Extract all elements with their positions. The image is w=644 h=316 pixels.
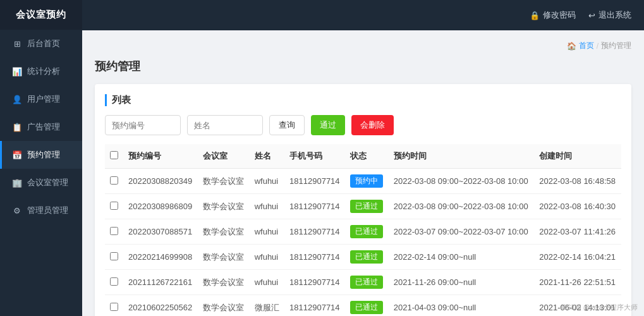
main-card: 列表 查询 通过 会删除 预约编号会议室姓名手机号码状态预约时间创建时间 202…	[95, 84, 631, 316]
name-cell-4: wfuhui	[250, 270, 284, 295]
name-cell-5: 微服汇	[250, 295, 284, 317]
booking-id-cell-1: 20220308986809	[123, 194, 198, 219]
book-time-cell-1: 2022-03-08 09:00~2022-03-08 10:00	[389, 194, 535, 219]
sidebar-item-ads[interactable]: 📋广告管理	[0, 113, 82, 141]
section-title: 列表	[105, 94, 621, 106]
sidebar-nav: ⊞后台首页📊统计分析👤用户管理📋广告管理📅预约管理🏢会议室管理⚙管理员管理	[0, 30, 82, 316]
row-checkbox-cell	[105, 194, 123, 219]
page-title: 预约管理	[95, 59, 631, 74]
sidebar-icon-bookings: 📅	[12, 150, 22, 160]
query-button[interactable]: 查询	[269, 115, 305, 135]
topbar: 🔒 修改密码 ↩ 退出系统	[82, 0, 644, 30]
name-cell-3: wfuhui	[250, 245, 284, 270]
row-checkbox-cell	[105, 245, 123, 270]
booking-id-cell-4: 20211126722161	[123, 270, 198, 295]
sidebar-item-rooms[interactable]: 🏢会议室管理	[0, 169, 82, 197]
sidebar-label-users: 用户管理	[27, 94, 60, 105]
status-badge: 已通过	[350, 276, 383, 289]
name-cell-2: wfuhui	[250, 219, 284, 245]
sidebar-icon-dashboard: ⊞	[12, 39, 22, 49]
col-header-4: 手机号码	[284, 144, 345, 169]
table-body: 20220308820349数学会议室wfuhui18112907714预约中2…	[105, 169, 621, 317]
name-cell-1: wfuhui	[250, 194, 284, 219]
select-all-checkbox[interactable]	[110, 151, 118, 159]
status-cell-5: 已通过	[345, 295, 388, 317]
breadcrumb: 🏠 首页 / 预约管理	[95, 40, 631, 51]
room-cell-1: 数学会议室	[198, 194, 250, 219]
status-badge: 已通过	[350, 250, 383, 264]
col-header-0	[105, 144, 123, 169]
create-time-cell-1: 2022-03-08 16:40:30	[534, 194, 621, 219]
book-time-cell-0: 2022-03-08 09:00~2022-03-08 10:00	[389, 169, 535, 194]
phone-cell-5: 18112907714	[284, 295, 345, 317]
bookings-table: 预约编号会议室姓名手机号码状态预约时间创建时间 20220308820349数学…	[105, 144, 621, 316]
sidebar-icon-rooms: 🏢	[12, 178, 22, 188]
create-time-cell-3: 2022-02-14 16:04:21	[534, 245, 621, 270]
col-header-6: 预约时间	[389, 144, 535, 169]
status-cell-2: 已通过	[345, 219, 388, 245]
row-checkbox-3[interactable]	[110, 252, 118, 260]
col-header-1: 预约编号	[123, 144, 198, 169]
status-badge: 已通过	[350, 225, 383, 238]
pass-button[interactable]: 通过	[311, 115, 345, 135]
sidebar-label-dashboard: 后台首页	[27, 38, 60, 49]
room-cell-3: 数学会议室	[198, 245, 250, 270]
delete-button[interactable]: 会删除	[351, 115, 394, 135]
sidebar-item-users[interactable]: 👤用户管理	[0, 85, 82, 113]
sidebar-item-bookings[interactable]: 📅预约管理	[0, 141, 82, 169]
row-checkbox-2[interactable]	[110, 227, 118, 235]
sidebar-label-stats: 统计分析	[27, 66, 60, 77]
row-checkbox-cell	[105, 169, 123, 194]
table-row: 20220308820349数学会议室wfuhui18112907714预约中2…	[105, 169, 621, 194]
watermark: CSDN @java小程序大师	[561, 303, 638, 312]
col-header-7: 创建时间	[534, 144, 621, 169]
status-badge: 已通过	[350, 301, 383, 314]
table-row: 20211126722161数学会议室wfuhui18112907714已通过2…	[105, 270, 621, 295]
phone-cell-4: 18112907714	[284, 270, 345, 295]
logout-label: 退出系统	[598, 9, 631, 21]
row-checkbox-1[interactable]	[110, 202, 118, 210]
sidebar: 会议室预约 ⊞后台首页📊统计分析👤用户管理📋广告管理📅预约管理🏢会议室管理⚙管理…	[0, 0, 82, 316]
row-checkbox-0[interactable]	[110, 176, 118, 185]
status-cell-4: 已通过	[345, 270, 388, 295]
table-row: 20210602250562数学会议室微服汇18112907714已通过2021…	[105, 295, 621, 317]
logout-icon: ↩	[588, 11, 595, 20]
search-booking-id[interactable]	[105, 115, 181, 135]
create-time-cell-2: 2022-03-07 11:41:26	[534, 219, 621, 245]
book-time-cell-4: 2021-11-26 09:00~null	[389, 270, 535, 295]
logout-btn[interactable]: ↩ 退出系统	[588, 9, 631, 21]
create-time-cell-4: 2021-11-26 22:51:51	[534, 270, 621, 295]
row-checkbox-cell	[105, 219, 123, 245]
phone-cell-2: 18112907714	[284, 219, 345, 245]
breadcrumb-home[interactable]: 首页	[579, 40, 594, 51]
sidebar-label-bookings: 预约管理	[27, 149, 60, 161]
lock-icon: 🔒	[530, 11, 540, 20]
status-cell-1: 已通过	[345, 194, 388, 219]
sidebar-item-dashboard[interactable]: ⊞后台首页	[0, 30, 82, 58]
sidebar-icon-users: 👤	[12, 95, 22, 104]
home-icon: 🏠	[567, 42, 576, 51]
room-cell-0: 数学会议室	[198, 169, 250, 194]
row-checkbox-4[interactable]	[110, 277, 118, 286]
booking-id-cell-5: 20210602250562	[123, 295, 198, 317]
col-header-5: 状态	[345, 144, 388, 169]
booking-id-cell-2: 20220307088571	[123, 219, 198, 245]
sidebar-item-admins[interactable]: ⚙管理员管理	[0, 197, 82, 224]
table-row: 20220308986809数学会议室wfuhui18112907714已通过2…	[105, 194, 621, 219]
status-cell-0: 预约中	[345, 169, 388, 194]
phone-cell-1: 18112907714	[284, 194, 345, 219]
row-checkbox-5[interactable]	[110, 303, 118, 311]
sidebar-item-stats[interactable]: 📊统计分析	[0, 58, 82, 85]
booking-id-cell-3: 20220214699908	[123, 245, 198, 270]
row-checkbox-cell	[105, 270, 123, 295]
breadcrumb-current: 预约管理	[601, 40, 631, 51]
search-name[interactable]	[187, 115, 263, 135]
sidebar-label-rooms: 会议室管理	[27, 177, 68, 188]
status-cell-3: 已通过	[345, 245, 388, 270]
change-password-btn[interactable]: 🔒 修改密码	[530, 9, 576, 21]
book-time-cell-2: 2022-03-07 09:00~2022-03-07 10:00	[389, 219, 535, 245]
book-time-cell-5: 2021-04-03 09:00~null	[389, 295, 535, 317]
room-cell-5: 数学会议室	[198, 295, 250, 317]
table-row: 20220307088571数学会议室wfuhui18112907714已通过2…	[105, 219, 621, 245]
table-head: 预约编号会议室姓名手机号码状态预约时间创建时间	[105, 144, 621, 169]
